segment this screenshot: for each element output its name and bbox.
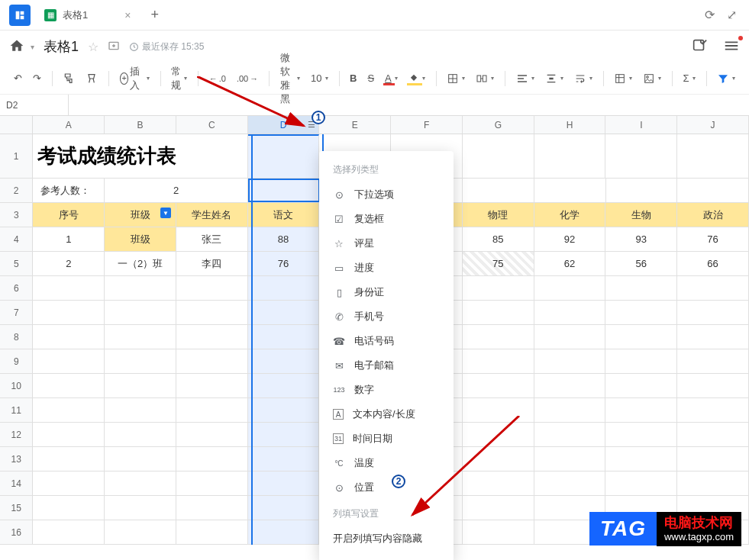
wrap-text-button[interactable]: ▾ <box>570 69 597 88</box>
cell[interactable] <box>33 374 105 397</box>
row-header[interactable]: 16 <box>0 520 33 544</box>
cell[interactable] <box>605 301 677 324</box>
cell[interactable] <box>463 471 534 495</box>
cell[interactable] <box>105 520 176 544</box>
merge-cells-button[interactable]: ▾ <box>471 69 499 88</box>
menu-item-datetime[interactable]: 31时间日期 <box>319 426 454 451</box>
cell[interactable] <box>677 349 749 373</box>
row-header[interactable]: 10 <box>0 374 33 397</box>
cell[interactable] <box>677 325 749 349</box>
cell[interactable] <box>248 423 320 446</box>
cell[interactable] <box>605 447 677 471</box>
cell[interactable]: 物理 <box>463 203 534 227</box>
window-menu-icon[interactable]: ⤢ <box>727 8 737 22</box>
cell[interactable]: 政治 <box>677 203 749 227</box>
cell[interactable] <box>463 423 534 446</box>
cell[interactable] <box>33 496 105 520</box>
cell[interactable] <box>33 301 105 324</box>
cell[interactable] <box>105 276 176 300</box>
star-icon[interactable]: ☆ <box>88 40 98 54</box>
cell[interactable] <box>105 447 176 471</box>
cell[interactable] <box>463 325 534 349</box>
cell[interactable] <box>176 520 248 544</box>
strikethrough-button[interactable]: S <box>363 69 379 87</box>
menu-item-progress[interactable]: ▭进度 <box>319 256 454 280</box>
col-header-E[interactable]: E <box>319 116 391 134</box>
cell[interactable] <box>463 301 534 324</box>
cell[interactable] <box>248 471 320 495</box>
cell[interactable] <box>176 349 248 373</box>
menu-item-temperature[interactable]: °C温度 <box>319 451 454 475</box>
row-header[interactable]: 14 <box>0 471 33 495</box>
cell[interactable]: 李四 <box>176 252 248 275</box>
home-icon[interactable] <box>9 38 26 55</box>
clear-format-button[interactable] <box>81 69 102 88</box>
cell[interactable] <box>677 134 749 178</box>
menu-item-hide-content[interactable]: 开启列填写内容隐藏 <box>319 526 454 551</box>
col-header-J[interactable]: J <box>677 116 749 134</box>
cell[interactable]: 张三 <box>176 227 248 251</box>
cell[interactable] <box>105 349 176 373</box>
share-icon[interactable] <box>691 37 708 56</box>
cell[interactable] <box>677 447 749 471</box>
freeze-button[interactable]: ▾ <box>609 69 637 88</box>
cell[interactable] <box>534 301 606 324</box>
undo-button[interactable]: ↶ <box>9 69 27 87</box>
cell[interactable] <box>105 398 176 422</box>
cell[interactable] <box>605 471 677 495</box>
cell-active[interactable] <box>248 179 320 202</box>
row-header[interactable]: 11 <box>0 398 33 422</box>
col-header-D[interactable]: D ☰ <box>248 116 320 134</box>
cell[interactable]: 56 <box>605 252 677 275</box>
menu-icon[interactable] <box>723 37 740 56</box>
cell[interactable]: 班级 <box>105 227 176 251</box>
cell[interactable]: 1 <box>33 227 105 251</box>
cell[interactable] <box>105 374 176 397</box>
cell[interactable] <box>176 398 248 422</box>
cell[interactable]: 学生姓名 <box>176 203 248 227</box>
cell[interactable]: 语文 <box>248 203 320 227</box>
menu-item-checkbox[interactable]: ☑复选框 <box>319 207 454 231</box>
cell[interactable] <box>33 398 105 422</box>
number-format-select[interactable]: 常规▾ <box>166 62 192 95</box>
cell[interactable]: 66 <box>677 252 749 275</box>
cell[interactable]: 参考人数： <box>33 179 105 202</box>
cell[interactable] <box>606 179 678 202</box>
cell[interactable]: 序号 <box>33 203 105 227</box>
cell[interactable] <box>463 398 534 422</box>
cell[interactable]: 生物 <box>605 203 677 227</box>
borders-button[interactable]: ▾ <box>442 69 470 88</box>
cell[interactable]: 76 <box>677 227 749 251</box>
folder-move-icon[interactable] <box>108 40 120 54</box>
cell[interactable]: 2 <box>33 252 105 275</box>
select-all-corner[interactable] <box>0 116 33 134</box>
cell[interactable] <box>463 179 534 202</box>
close-icon[interactable]: × <box>124 9 131 21</box>
cell[interactable]: 2 <box>105 179 247 202</box>
menu-item-dropdown[interactable]: ⊙下拉选项 <box>319 182 454 207</box>
cell[interactable]: 93 <box>605 227 677 251</box>
row-header[interactable]: 12 <box>0 423 33 446</box>
filter-button[interactable]: ▾ <box>712 69 740 88</box>
cell[interactable] <box>248 325 320 349</box>
cell[interactable] <box>534 179 606 202</box>
cell[interactable] <box>176 447 248 471</box>
cell[interactable] <box>33 471 105 495</box>
cell[interactable]: 92 <box>534 227 606 251</box>
cell[interactable] <box>248 134 320 178</box>
cell[interactable] <box>534 276 606 300</box>
cell[interactable] <box>105 496 176 520</box>
menu-item-idcard[interactable]: ▯身份证 <box>319 280 454 304</box>
v-align-button[interactable]: ▾ <box>541 69 568 88</box>
font-size-select[interactable]: 10▾ <box>306 69 332 87</box>
cell[interactable] <box>463 374 534 397</box>
insert-button[interactable]: + 插入 ▾ <box>115 62 154 95</box>
cell[interactable] <box>463 520 534 544</box>
col-header-C[interactable]: C <box>176 116 248 134</box>
cell[interactable] <box>248 496 320 520</box>
menu-item-text[interactable]: A文本内容/长度 <box>319 402 454 426</box>
menu-item-mobile[interactable]: ✆手机号 <box>319 304 454 329</box>
bold-button[interactable]: B <box>345 69 361 87</box>
cell[interactable] <box>248 520 320 544</box>
cell[interactable] <box>105 301 176 324</box>
